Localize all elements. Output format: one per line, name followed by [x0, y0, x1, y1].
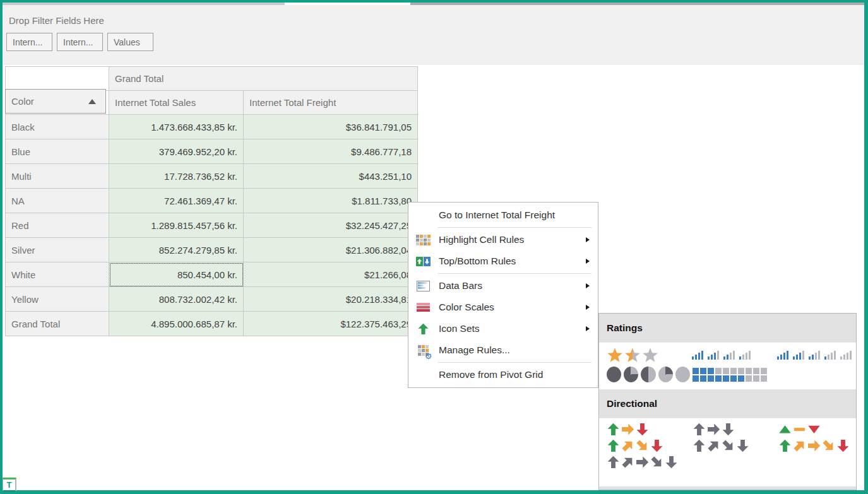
- submenu-next-section-edge: [599, 486, 856, 490]
- cell-freight-grand-total[interactable]: $122.375.463,29: [244, 312, 418, 336]
- row-field-color-button[interactable]: Color: [5, 89, 106, 114]
- manage-rules-icon: ⚙: [415, 345, 431, 356]
- cell-freight-black[interactable]: $36.841.791,05: [244, 115, 418, 139]
- pivot-row-black: Black1.473.668.433,85 kr.$36.841.791,05: [6, 115, 418, 139]
- row-header-multi[interactable]: Multi: [6, 164, 109, 189]
- cell-sales-silver[interactable]: 852.274.279,85 kr.: [109, 238, 244, 262]
- menu-item-label: Go to Internet Total Freight: [439, 209, 598, 221]
- row-header-yellow[interactable]: Yellow: [6, 287, 109, 312]
- icon-set-5-boxes[interactable]: [693, 368, 767, 382]
- active-tab-edge: [285, 3, 410, 5]
- menu-item-data-bars[interactable]: Data Bars: [408, 275, 598, 297]
- row-header-silver[interactable]: Silver: [6, 238, 109, 262]
- submenu-arrow-icon: [586, 326, 590, 331]
- menu-item-top-bottom-rules[interactable]: Top/Bottom Rules: [408, 250, 598, 272]
- section-body-directional: [599, 418, 856, 476]
- top-bottom-rules-icon: [415, 257, 431, 266]
- cell-freight-blue[interactable]: $9.486.777,18: [244, 139, 418, 164]
- icon-set-4-arrows-colored[interactable]: [607, 439, 693, 452]
- column-header-internet-total-sales[interactable]: Internet Total Sales: [109, 91, 244, 115]
- cell-sales-yellow[interactable]: 808.732.002,42 kr.: [109, 287, 244, 312]
- menu-item-label: Icon Sets: [439, 323, 586, 334]
- cell-sales-red[interactable]: 1.289.815.457,56 kr.: [109, 213, 244, 238]
- pivot-row-white: White850.454,00 kr.$21.266,08: [6, 262, 418, 287]
- menu-item-go-to-internet-total-freight[interactable]: Go to Internet Total Freight: [408, 204, 598, 226]
- icon-set-3-arrows-colored[interactable]: [607, 423, 693, 436]
- icon-sets-submenu: RatingsDirectional: [598, 313, 857, 490]
- cell-sales-na[interactable]: 72.461.369,47 kr.: [109, 189, 244, 213]
- pivot-row-blue: Blue379.469.952,20 kr.$9.486.777,18: [6, 139, 418, 164]
- cell-freight-white[interactable]: $21.266,08: [244, 262, 418, 287]
- cell-sales-multi[interactable]: 17.728.736,52 kr.: [109, 164, 244, 189]
- field-button-values[interactable]: Values: [107, 33, 153, 51]
- pivot-row-red: Red1.289.815.457,56 kr.$32.245.427,25: [6, 213, 418, 238]
- tabstrip-right-edge: [410, 3, 864, 5]
- submenu-arrow-icon: [586, 237, 590, 242]
- menu-separator: [438, 273, 592, 274]
- icon-set-3-triangles[interactable]: [778, 423, 821, 436]
- column-header-internet-total-freight[interactable]: Internet Total Freight: [244, 91, 418, 115]
- pivot-row-na: NA72.461.369,47 kr.$1.811.733,80: [6, 189, 418, 213]
- column-group-header[interactable]: Grand Total: [109, 67, 418, 91]
- pivot-corner-cell: [6, 67, 109, 91]
- icon-set-4-arrows-gray[interactable]: [693, 439, 778, 452]
- section-header-ratings: Ratings: [599, 314, 856, 343]
- browser-tabstrip-edge: [3, 3, 864, 5]
- menu-separator: [438, 227, 592, 228]
- row-header-grand-total[interactable]: Grand Total: [6, 312, 109, 336]
- row-header-blue[interactable]: Blue: [6, 139, 109, 164]
- menu-item-manage-rules[interactable]: ⚙Manage Rules...: [408, 339, 598, 361]
- field-button-intern[interactable]: Intern...: [57, 33, 103, 51]
- pivot-grid: Grand Total Internet Total Sales Interne…: [5, 66, 419, 336]
- data-bars-icon: [415, 281, 431, 291]
- row-header-red[interactable]: Red: [6, 213, 109, 238]
- icon-set-5-ratings[interactable]: [777, 351, 856, 360]
- cell-freight-red[interactable]: $32.245.427,25: [244, 213, 418, 238]
- cell-sales-grand-total[interactable]: 4.895.000.685,87 kr.: [109, 312, 244, 336]
- icon-set-3-stars[interactable]: [607, 347, 692, 363]
- cell-freight-yellow[interactable]: $20.218.334,81: [244, 287, 418, 312]
- menu-item-remove-from-pivot-grid[interactable]: Remove from Pivot Grid: [408, 364, 598, 385]
- menu-separator: [438, 362, 592, 363]
- screenshot-tool-watermark[interactable]: T: [3, 478, 16, 491]
- menu-item-label: Top/Bottom Rules: [439, 256, 586, 267]
- menu-item-label: Remove from Pivot Grid: [439, 369, 598, 380]
- cell-sales-white[interactable]: 850.454,00 kr.: [109, 262, 244, 287]
- cell-freight-na[interactable]: $1.811.733,80: [244, 189, 418, 213]
- cell-sales-black[interactable]: 1.473.668.433,85 kr.: [109, 115, 244, 139]
- icon-set-3-arrows-gray[interactable]: [693, 423, 778, 436]
- menu-item-color-scales[interactable]: Color Scales: [408, 297, 598, 318]
- field-button-intern[interactable]: Intern...: [6, 33, 52, 51]
- icon-sets-icon: [415, 323, 431, 335]
- menu-item-icon-sets[interactable]: Icon Sets: [408, 318, 598, 339]
- drop-filter-fields-label: Drop Filter Fields Here: [9, 15, 104, 26]
- submenu-arrow-icon: [586, 283, 590, 288]
- context-menu: Go to Internet Total FreightHighlight Ce…: [408, 202, 598, 388]
- cell-freight-multi[interactable]: $443.251,10: [244, 164, 418, 189]
- window-frame-bottom: [0, 490, 868, 494]
- icon-set-4-ratings[interactable]: [692, 351, 777, 360]
- menu-item-label: Color Scales: [439, 302, 586, 313]
- submenu-arrow-icon: [586, 259, 590, 264]
- icon-set-5-quarters[interactable]: [607, 367, 693, 382]
- window-frame-left: [0, 0, 3, 494]
- icon-set-5-arrows-gray[interactable]: [607, 456, 678, 469]
- pivot-row-multi: Multi17.728.736,52 kr.$443.251,10: [6, 164, 418, 189]
- section-header-directional: Directional: [599, 389, 856, 418]
- window-frame-right: [864, 0, 868, 494]
- pivot-row-silver: Silver852.274.279,85 kr.$21.306.882,04: [6, 238, 418, 262]
- cell-sales-blue[interactable]: 379.469.952,20 kr.: [109, 139, 244, 164]
- icon-set-5-arrows-colored[interactable]: [778, 439, 850, 452]
- row-header-black[interactable]: Black: [6, 115, 109, 139]
- submenu-arrow-icon: [586, 305, 590, 310]
- menu-item-label: Data Bars: [439, 280, 586, 291]
- field-button-row: Intern...Intern...Values: [6, 33, 153, 51]
- menu-item-highlight-cell-rules[interactable]: Highlight Cell Rules: [408, 229, 598, 250]
- menu-item-label: Manage Rules...: [439, 344, 598, 356]
- pivot-row-grand-total: Grand Total4.895.000.685,87 kr.$122.375.…: [6, 312, 418, 336]
- cell-freight-silver[interactable]: $21.306.882,04: [244, 238, 418, 262]
- menu-item-label: Highlight Cell Rules: [439, 234, 586, 245]
- row-header-na[interactable]: NA: [6, 189, 109, 213]
- filter-drop-area[interactable]: Drop Filter Fields Here Intern...Intern.…: [3, 5, 864, 65]
- row-header-white[interactable]: White: [6, 262, 109, 287]
